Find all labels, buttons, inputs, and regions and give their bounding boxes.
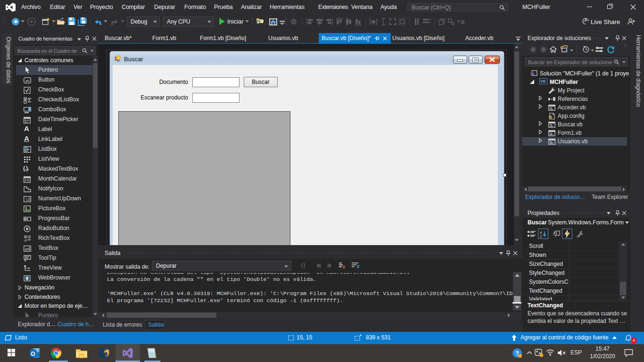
svg-text:A: A xyxy=(24,238,27,242)
svg-text:A: A xyxy=(540,231,542,234)
svg-text:Z: Z xyxy=(540,235,542,238)
svg-text:ab: ab xyxy=(25,79,30,83)
svg-text:ab: ab xyxy=(25,247,29,251)
svg-text:O: O xyxy=(31,351,35,357)
